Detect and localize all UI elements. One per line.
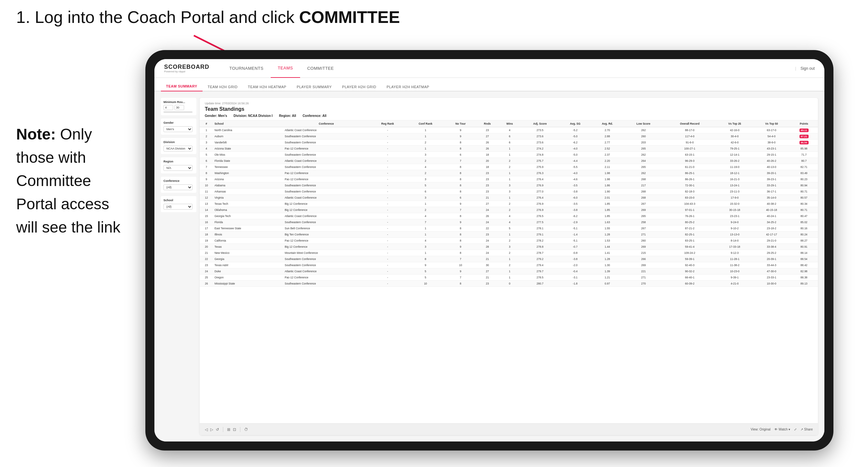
cell-rnds: 21: [476, 256, 499, 262]
points-value: 88.27: [801, 239, 807, 242]
toolbar-share-small-icon[interactable]: ⊡: [233, 427, 236, 432]
toolbar-forward-icon[interactable]: ▷: [210, 427, 213, 432]
filter-min-input[interactable]: [163, 105, 173, 110]
cell-rnds: 23: [476, 127, 499, 133]
cell-rank: 18: [199, 231, 213, 238]
col-low-score: Low Score: [624, 121, 663, 127]
cell-vs50: 43-23-1: [753, 146, 790, 152]
cell-avg-sg: -5.1: [559, 238, 591, 244]
filters-sidebar: Minimum Rou... Gender Men's Division: [161, 98, 196, 435]
cell-overall: 109-24-2: [663, 250, 716, 256]
cell-rnds: 18: [476, 164, 499, 170]
cell-wins: 0: [499, 281, 521, 287]
cell-wins: 3: [499, 244, 521, 250]
table-row: 6 Florida State Atlantic Coast Conferenc…: [199, 158, 818, 164]
col-avg-par: Avg. Rd.: [591, 121, 623, 127]
cell-overall: 82-18-3: [663, 189, 716, 195]
sub-nav-player-summary[interactable]: PLAYER SUMMARY: [291, 85, 337, 91]
table-row: 20 Texas Big 12 Conference - 3 9 28 3 27…: [199, 244, 818, 250]
filter-conference-select[interactable]: (All): [163, 184, 192, 190]
cell-wins: 5: [499, 225, 521, 231]
cell-reg-rank: -: [369, 250, 406, 256]
cell-conference: Southeastern Conference: [283, 262, 369, 269]
cell-school: Oklahoma: [213, 207, 283, 213]
points-value: 85.02: [801, 221, 807, 224]
sub-nav-team-h2h-grid[interactable]: TEAM H2H GRID: [203, 85, 243, 91]
toolbar-bookmark-icon[interactable]: ⊞: [227, 427, 230, 432]
cell-rank: 1: [199, 127, 213, 133]
share-btn[interactable]: ↗ Share: [801, 428, 813, 431]
cell-conference: Southeastern Conference: [283, 183, 369, 189]
cell-overall: 60-39-2: [663, 281, 716, 287]
watch-btn[interactable]: 👁 Watch ▾: [774, 428, 790, 431]
cell-conference: Pac-12 Conference: [283, 170, 369, 176]
filter-school-select[interactable]: (All): [163, 204, 192, 210]
cell-conf-rank: 2: [406, 207, 445, 213]
cell-low-score: 215: [624, 250, 663, 256]
sign-out-link[interactable]: Sign out: [801, 66, 815, 71]
nav-committee[interactable]: COMMITTEE: [300, 59, 341, 78]
cell-wins: 3: [499, 189, 521, 195]
cell-rank: 16: [199, 219, 213, 225]
filter-school-label: School: [163, 198, 194, 202]
cell-vs50: 38-6-0: [753, 139, 790, 146]
cell-low-score: 203: [624, 139, 663, 146]
toolbar-clock-icon[interactable]: ⏱: [244, 427, 248, 432]
nav-tournaments[interactable]: TOURNAMENTS: [222, 59, 271, 78]
cell-vs50: 34-25-2: [753, 219, 790, 225]
table-row: 7 Tennessee Southeastern Conference - 4 …: [199, 164, 818, 170]
cell-low-score: 265: [624, 146, 663, 152]
nav-right: | Sign out: [795, 66, 815, 71]
cell-points: 89.13: [790, 281, 818, 287]
points-value: 82.71: [801, 165, 807, 168]
cell-rnds: 23: [476, 189, 499, 195]
share-icon: ↗: [801, 428, 803, 431]
col-points: Points: [790, 121, 818, 127]
cell-overall: 83-15-0: [663, 195, 716, 201]
sub-nav-player-h2h-grid[interactable]: PLAYER H2H GRID: [337, 85, 381, 91]
cell-low-score: 258: [624, 219, 663, 225]
cell-avg-rd: 2.37: [591, 152, 623, 158]
standings-table: # School Conference Reg Rank Conf Rank N…: [199, 121, 818, 287]
cell-points: 80.24: [790, 231, 818, 238]
cell-no-tour: 8: [445, 231, 476, 238]
toolbar-back-icon[interactable]: ◁: [205, 427, 208, 432]
cell-reg-rank: -: [369, 189, 406, 195]
filter-slider[interactable]: [163, 112, 192, 113]
cell-points: 83.49: [790, 170, 818, 176]
cell-adj-score: 276.9: [521, 201, 559, 207]
cell-avg-sg: -3.8: [559, 207, 591, 213]
cell-overall: 91-6-0: [663, 139, 716, 146]
tablet-frame: SCOREBOARD Powered by clippd TOURNAMENTS…: [145, 50, 833, 450]
sub-nav-player-h2h-heatmap[interactable]: PLAYER H2H HEATMAP: [381, 85, 434, 91]
table-scroll[interactable]: # School Conference Reg Rank Conf Rank N…: [199, 121, 818, 424]
table-row: 25 Oregon Pac-12 Conference - 5 7 21 1 2…: [199, 275, 818, 281]
sub-nav-team-summary[interactable]: TEAM SUMMARY: [161, 84, 203, 91]
filter-region-select[interactable]: N/A: [163, 165, 192, 171]
filter-division-select[interactable]: NCAA Division I: [163, 146, 192, 152]
cell-points: 80.34: [790, 201, 818, 207]
cell-school: Georgia Tech: [213, 213, 283, 219]
view-original-btn[interactable]: View: Original: [751, 428, 771, 431]
cell-rank: 6: [199, 158, 213, 164]
sub-nav-team-h2h-heatmap[interactable]: TEAM H2H HEATMAP: [243, 85, 291, 91]
filter-gender-label: Gender: [163, 121, 194, 124]
cell-no-tour: 7: [445, 256, 476, 262]
cell-wins: 3: [499, 183, 521, 189]
cell-vs25: 18-12-1: [716, 170, 753, 176]
expand-btn[interactable]: ⤢: [794, 428, 797, 431]
cell-rank: 10: [199, 183, 213, 189]
cell-vs50: 29-21-0: [753, 238, 790, 244]
cell-conf-rank: 1: [406, 127, 445, 133]
cell-avg-rd: 1.53: [591, 238, 623, 244]
table-row: 3 Vanderbilt Southeastern Conference - 2…: [199, 139, 818, 146]
filter-max-input[interactable]: [175, 105, 184, 110]
cell-avg-sg: -4.4: [559, 158, 591, 164]
nav-teams[interactable]: TEAMS: [271, 59, 300, 78]
cell-conf-rank: 1: [406, 231, 445, 238]
cell-reg-rank: -: [369, 262, 406, 269]
toolbar-reload-icon[interactable]: ↺: [216, 427, 219, 432]
filter-gender-select[interactable]: Men's: [163, 126, 192, 132]
cell-rank: 9: [199, 176, 213, 183]
cell-school: Tennessee: [213, 164, 283, 170]
